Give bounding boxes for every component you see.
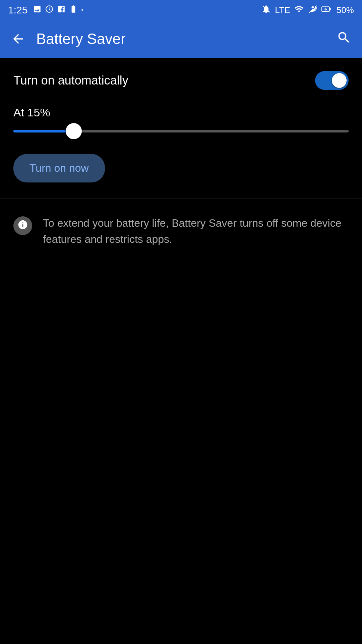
svg-rect-1 <box>329 8 331 10</box>
lte-label: LTE <box>275 5 290 15</box>
info-text: To extend your battery life, Battery Sav… <box>43 215 349 247</box>
status-time: 1:25 <box>8 4 27 16</box>
battery-charging-icon <box>321 4 333 16</box>
slider-track[interactable] <box>13 130 349 132</box>
app-bar-left: Battery Saver <box>11 31 126 47</box>
signal-icon <box>294 4 304 16</box>
battery-percent: 50% <box>337 5 354 15</box>
info-icon-container <box>13 216 32 235</box>
status-bar: 1:25 • LTE <box>0 0 362 20</box>
slider-thumb[interactable] <box>66 123 82 139</box>
mute-icon <box>261 4 271 16</box>
status-bar-right: LTE 50% <box>261 4 354 16</box>
button-container: Turn on now <box>0 149 362 199</box>
photos-icon <box>33 5 42 15</box>
back-button[interactable] <box>11 32 25 46</box>
auto-turn-on-row: Turn on automatically <box>0 58 362 103</box>
clock-icon <box>45 5 54 15</box>
turn-on-now-button[interactable]: Turn on now <box>13 154 105 182</box>
charging-icon <box>69 5 78 15</box>
info-icon <box>17 219 28 232</box>
status-icons: • <box>33 5 83 15</box>
app-bar: Battery Saver <box>0 20 362 58</box>
page-title: Battery Saver <box>36 31 126 47</box>
status-bar-left: 1:25 • <box>8 4 83 16</box>
auto-turn-on-toggle[interactable] <box>315 71 349 90</box>
signal-x-icon <box>308 4 317 16</box>
dot-indicator: • <box>81 7 83 13</box>
percentage-label: At 15% <box>0 103 362 127</box>
info-section: To extend your battery life, Battery Sav… <box>0 199 362 263</box>
main-content: Turn on automatically At 15% Turn on now… <box>0 58 362 263</box>
auto-turn-on-label: Turn on automatically <box>13 73 128 88</box>
toggle-thumb <box>332 73 347 88</box>
slider-fill <box>13 130 74 132</box>
facebook-icon <box>57 5 66 15</box>
search-button[interactable] <box>337 30 351 48</box>
slider-container <box>0 127 362 149</box>
